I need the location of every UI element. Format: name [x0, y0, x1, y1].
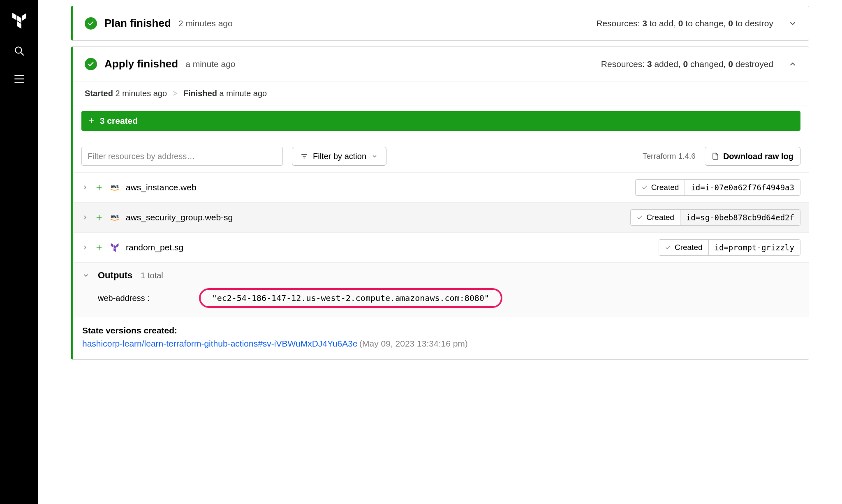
- status-pill: Created id=i-07e0a62f76f4949a3: [635, 179, 800, 196]
- terraform-icon: [109, 243, 120, 252]
- timing-row: Started 2 minutes ago > Finished a minut…: [73, 81, 809, 106]
- check-icon: [85, 17, 97, 30]
- plan-panel: Plan finished 2 minutes ago Resources: 3…: [71, 6, 809, 41]
- plan-title: Plan finished: [104, 17, 171, 30]
- svg-line-1: [21, 52, 24, 55]
- state-time: (May 09, 2023 13:34:16 pm): [359, 339, 468, 348]
- plus-icon: +: [95, 241, 104, 254]
- chevron-down-icon[interactable]: [788, 19, 797, 28]
- plus-icon: +: [89, 116, 94, 126]
- chevron-down-icon: [82, 272, 90, 279]
- terraform-logo: [11, 12, 28, 29]
- plus-icon: +: [95, 181, 104, 194]
- resource-name: aws_security_group.web-sg: [126, 213, 233, 222]
- created-count: 3 created: [100, 116, 138, 126]
- resource-row[interactable]: + random_pet.sg Created id=prompt-grizzl…: [73, 232, 809, 262]
- output-value: "ec2-54-186-147-12.us-west-2.compute.ama…: [199, 288, 502, 308]
- svg-point-0: [15, 47, 21, 53]
- chevron-up-icon[interactable]: [788, 60, 797, 69]
- resource-name: random_pet.sg: [126, 243, 183, 252]
- plan-time: 2 minutes ago: [178, 18, 233, 28]
- status-pill: Created id=sg-0beb878cb9d64ed2f: [630, 209, 800, 226]
- check-icon: [665, 244, 671, 251]
- check-icon: [636, 214, 643, 221]
- outputs-header[interactable]: Outputs 1 total: [73, 262, 809, 285]
- menu-icon[interactable]: [14, 73, 25, 85]
- apply-time: a minute ago: [185, 59, 235, 69]
- search-icon[interactable]: [14, 45, 25, 57]
- main-content: Plan finished 2 minutes ago Resources: 3…: [38, 6, 842, 360]
- sidebar: [0, 0, 38, 365]
- plan-header[interactable]: Plan finished 2 minutes ago Resources: 3…: [73, 6, 809, 40]
- apply-title: Apply finished: [104, 58, 178, 70]
- chevron-right-icon: [81, 184, 89, 191]
- state-link[interactable]: hashicorp-learn/learn-terraform-github-a…: [82, 339, 358, 348]
- resource-name: aws_instance.web: [126, 183, 197, 192]
- state-section: State versions created: hashicorp-learn/…: [73, 317, 809, 359]
- check-icon: [85, 58, 97, 70]
- output-key: web-address :: [98, 294, 150, 303]
- filter-icon: [301, 153, 308, 160]
- chevron-right-icon: [81, 214, 89, 221]
- apply-header[interactable]: Apply finished a minute ago Resources: 3…: [73, 47, 809, 81]
- plan-resources: Resources: 3 to add, 0 to change, 0 to d…: [596, 18, 773, 28]
- apply-panel: Apply finished a minute ago Resources: 3…: [71, 46, 809, 360]
- created-bar[interactable]: + 3 created: [81, 111, 800, 131]
- filter-input[interactable]: [81, 147, 283, 166]
- aws-icon: aws: [109, 184, 120, 191]
- state-title: State versions created:: [82, 326, 800, 335]
- plus-icon: +: [95, 211, 104, 224]
- check-icon: [641, 184, 648, 191]
- resource-row[interactable]: + aws aws_security_group.web-sg Created …: [73, 202, 809, 232]
- output-item: web-address : "ec2-54-186-147-12.us-west…: [73, 285, 809, 317]
- download-log-button[interactable]: Download raw log: [705, 147, 800, 166]
- chevron-right-icon: [81, 244, 89, 251]
- apply-resources: Resources: 3 added, 0 changed, 0 destroy…: [601, 59, 773, 69]
- aws-icon: aws: [109, 214, 120, 221]
- outputs-label: Outputs: [98, 270, 132, 281]
- chevron-down-icon: [371, 153, 378, 160]
- resource-row[interactable]: + aws aws_instance.web Created id=i-07e0…: [73, 172, 809, 202]
- outputs-count: 1 total: [141, 271, 163, 280]
- terraform-version: Terraform 1.4.6: [643, 152, 696, 161]
- file-icon: [712, 152, 719, 160]
- filter-action-button[interactable]: Filter by action: [292, 147, 386, 166]
- filter-row: Filter by action Terraform 1.4.6 Downloa…: [73, 140, 809, 172]
- status-pill: Created id=prompt-grizzly: [659, 239, 800, 256]
